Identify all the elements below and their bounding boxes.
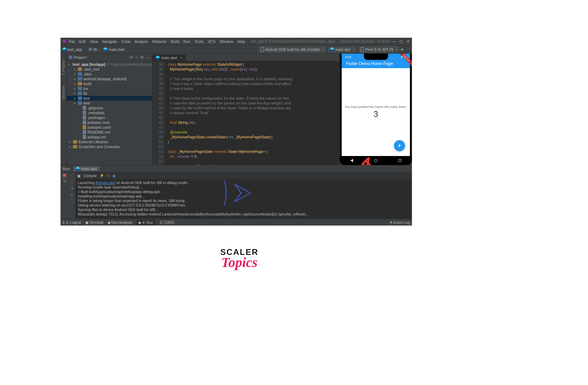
project-panel-header: Project ▾ ⊕ ÷ ✿ — <box>67 54 152 61</box>
statusbar: E 6: Logcat ▣ Terminal ◆ Dart Analysis ▶… <box>61 219 412 226</box>
status-time: 4:23 <box>345 55 351 59</box>
menu-vcs[interactable]: VCS <box>205 39 218 44</box>
project-panel-title: Project <box>74 55 85 59</box>
run-small-icon: ▶ <box>139 220 143 224</box>
stop-icon[interactable] <box>63 174 66 177</box>
annotation-arrow-red <box>360 157 402 165</box>
tree-node[interactable]: ▸ ios <box>67 86 152 91</box>
logo-line2: Topics <box>217 254 262 271</box>
more-icon[interactable]: ⋮ <box>406 47 410 52</box>
console: ▣ Console ⚡ ↻ ◐ Launching lib\main.dart … <box>76 172 412 219</box>
tree-node[interactable]: ▸ .idea <box>67 72 152 76</box>
emulator-panel: DEBUG 4:23 ▾ ◉ Flutter Demo Home Page Yo… <box>339 54 412 165</box>
run-config-selector[interactable]: main.dart <box>328 47 356 52</box>
menu-navigate[interactable]: Navigate <box>100 39 119 44</box>
menu-view[interactable]: View <box>88 39 100 44</box>
emulator-selector[interactable]: Pixel 3 XL API 29 <box>358 46 399 53</box>
device-selector[interactable]: Android SDK built for x86 (mobile) <box>258 46 326 53</box>
menu-help[interactable]: Help <box>235 39 247 44</box>
project-panel: Project ▾ ⊕ ÷ ✿ — ▾ test_app [testapp] C… <box>67 54 153 165</box>
reload-icon[interactable]: ↻ <box>107 174 110 178</box>
tree-node[interactable]: ▸ build <box>67 81 152 86</box>
hide-icon[interactable]: — <box>146 55 150 59</box>
menubar: ⬢ FileEditViewNavigateCodeAnalyzeRefacto… <box>61 38 412 45</box>
tree-node[interactable]: testapp.iml <box>67 135 152 139</box>
editor-tab-main[interactable]: main.dart × <box>153 55 186 61</box>
project-tool-label[interactable]: 1: Project <box>62 61 65 75</box>
debug-banner: DEBUG <box>398 54 412 67</box>
tree-node[interactable]: ▸ .dart_tool <box>67 67 152 72</box>
console-output[interactable]: Launching lib\main.dart on Android SDK b… <box>76 179 412 219</box>
breadcrumb-mid: lib <box>93 47 97 52</box>
status-dart[interactable]: ◆ Dart Analysis <box>108 220 132 224</box>
wrap-icon[interactable]: ⇥ <box>70 186 73 191</box>
tree-node[interactable]: README.md <box>67 130 152 135</box>
code-editor[interactable]: class MyHomePage extends StatefulWidget … <box>165 61 293 165</box>
tree-node[interactable]: ▸ lib <box>67 91 152 96</box>
minimize-icon[interactable]: — <box>392 39 396 44</box>
menu-window[interactable]: Window <box>218 39 235 44</box>
target-icon[interactable]: ⊕ <box>130 55 133 59</box>
dart-icon: ◆ <box>108 220 111 224</box>
run-icon[interactable]: ▶ <box>401 47 404 52</box>
tree-node[interactable]: .gitignore <box>67 106 152 110</box>
attach-icon[interactable]: ⇲ <box>63 179 66 183</box>
lightning-icon[interactable]: ⚡ <box>100 173 104 178</box>
inspector-icon[interactable]: ◐ <box>113 174 116 178</box>
menu-run[interactable]: Run <box>181 39 192 44</box>
gear-icon[interactable]: ✿ <box>140 55 144 59</box>
status-run[interactable]: ▶ 4: Run <box>137 220 155 225</box>
project-tree[interactable]: ▾ test_app [testapp] C:\Users\hp\Android… <box>67 61 152 150</box>
back-icon[interactable] <box>350 159 353 162</box>
maximize-icon[interactable]: ◻ <box>399 39 403 44</box>
collapse-icon[interactable]: ÷ <box>136 55 138 59</box>
event-log[interactable]: ◔ Event Log <box>389 220 410 224</box>
tree-node[interactable]: .packages <box>67 115 152 120</box>
fab-add-button[interactable]: + <box>394 140 405 151</box>
run-tab-label: main.dart <box>81 167 97 171</box>
filter-icon[interactable]: ⛶ <box>70 199 74 203</box>
config-label: main.dart <box>335 47 350 52</box>
left-tool-strip: 1: Project Structure <box>61 54 67 165</box>
breadcrumb[interactable]: test_app 〉 lib 〉 main.dart <box>63 47 125 52</box>
status-terminal[interactable]: ▣ Terminal <box>85 220 103 224</box>
tree-node[interactable]: pubspec.yaml <box>67 125 152 130</box>
tree-node[interactable]: ▸ External Libraries <box>67 139 152 144</box>
structure-tool-label[interactable]: Structure <box>62 85 65 100</box>
window-title: test_app [C:\Users\hp\AndroidStudioProje… <box>251 39 391 43</box>
menu-refactor[interactable]: Refactor <box>150 39 169 44</box>
run-tab[interactable]: main.dart <box>73 166 100 171</box>
flutter-icon <box>62 47 67 52</box>
tree-node[interactable]: ▸ android [testapp_android] <box>67 76 152 81</box>
menu-tools[interactable]: Tools <box>192 39 205 44</box>
up-icon[interactable]: ↑ <box>71 174 73 178</box>
editor-area: main.dart × 3435363738394041424344454647… <box>153 54 339 165</box>
menu-file[interactable]: File <box>67 39 77 44</box>
app-icon: ⬢ <box>63 39 66 44</box>
device-label: Android SDK built for x86 (mobile) <box>265 47 320 52</box>
close-tab-icon[interactable]: × <box>180 56 182 60</box>
menu-code[interactable]: Code <box>119 39 132 44</box>
status-logcat[interactable]: E 6: Logcat <box>63 220 81 224</box>
device-screen[interactable]: 4:23 ▾ ◉ Flutter Demo Home Page You have… <box>342 54 410 156</box>
print-icon[interactable]: ⎙ <box>71 193 73 197</box>
menu-analyze[interactable]: Analyze <box>132 39 150 44</box>
tree-node[interactable]: ▸ web <box>67 101 152 106</box>
down-icon[interactable]: ↓ <box>71 180 73 184</box>
tree-node[interactable]: .metadata <box>67 110 152 115</box>
todo-icon: ☲ <box>159 220 164 224</box>
status-todo[interactable]: ☲ TODO <box>159 220 174 224</box>
tree-node[interactable]: ▸ Scratches and Consoles <box>67 144 152 149</box>
menu-build[interactable]: Build <box>169 39 181 44</box>
menu-edit[interactable]: Edit <box>77 39 88 44</box>
device-frame: DEBUG 4:23 ▾ ◉ Flutter Demo Home Page Yo… <box>340 54 412 165</box>
run-toolbar-left2: ↑ ↓ ⇥ ⎙ ⛶ <box>68 172 76 219</box>
tree-node[interactable]: ▸ test <box>67 96 152 101</box>
close-icon[interactable]: ✕ <box>406 39 410 44</box>
breadcrumb-file: main.dart <box>109 47 125 52</box>
appbar-title: Flutter Demo Home Page <box>346 61 393 66</box>
tree-node[interactable]: ▾ test_app [testapp] C:\Users\hp\Android… <box>67 62 152 67</box>
console-tab-icon[interactable]: ▣ <box>77 174 81 178</box>
tree-node[interactable]: pubspec.lock <box>67 120 152 125</box>
console-tab-label[interactable]: Console <box>83 174 97 178</box>
